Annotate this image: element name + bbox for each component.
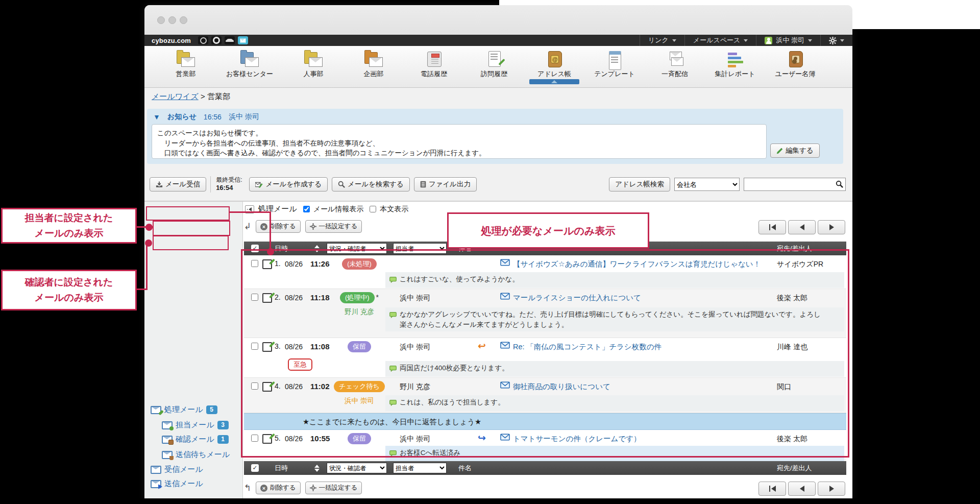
sidebar-folder-処理メール[interactable]: 処理メール5: [151, 405, 217, 415]
row-checkbox[interactable]: [251, 294, 258, 301]
notice-header[interactable]: ▼ お知らせ 16:56 浜中 崇司: [153, 112, 259, 122]
toolbar-item-訪問履歴[interactable]: 訪問履歴: [464, 46, 524, 79]
toolbar-item-営業部[interactable]: 営業部: [156, 46, 216, 79]
notice-title: お知らせ: [167, 112, 197, 122]
delete-button[interactable]: ×削除する: [256, 220, 301, 233]
mail-comment: 両国店だけ400枚必要となります。: [385, 361, 844, 377]
toolbar-item-ユーザー名簿[interactable]: ユーザー名簿: [765, 46, 825, 79]
mail-app-icon[interactable]: [238, 36, 248, 44]
prev-page-button[interactable]: [788, 220, 816, 234]
address-search-zone: アドレス帳検索 会社名: [609, 177, 846, 191]
breadcrumb-app-link[interactable]: メールワイズ: [152, 92, 199, 101]
comment-text: これはすごいな、使ってみようかな。: [400, 274, 519, 284]
edit-mail-icon[interactable]: [262, 342, 272, 352]
mail-from: サイボウズPR: [777, 260, 823, 269]
address-book-search-button[interactable]: アドレス帳検索: [609, 177, 670, 191]
folder-mail-icon: [239, 51, 260, 67]
sort-arrows-icon[interactable]: [314, 465, 320, 472]
row-checkbox[interactable]: [251, 260, 258, 267]
select-all-arrow-icon[interactable]: ↲: [244, 221, 251, 232]
mail-subject-link[interactable]: 【サイボウズ☆あみの通信】ワークライフバランスは育児だけじゃない！: [513, 259, 761, 269]
search-mail-button[interactable]: メールを検索する: [332, 177, 410, 191]
toolbar-item-アドレス帳[interactable]: アドレス帳: [524, 46, 584, 79]
mail-subject-link[interactable]: トマトサーモンの件（クレームです）: [513, 434, 641, 444]
row-checkbox[interactable]: [251, 435, 258, 442]
mail-body-checkbox[interactable]: [370, 206, 376, 212]
collapse-triangle-icon[interactable]: ▼: [153, 113, 160, 121]
next-page-button[interactable]: [818, 482, 845, 496]
notice-body: このスペースはお知らせ欄です。 リーダーから各担当者への伝達事項、担当者不在時の…: [152, 124, 767, 159]
gear-icon: [310, 485, 316, 491]
search-icon[interactable]: [836, 180, 843, 188]
select-all-checkbox[interactable]: [251, 245, 259, 252]
next-page-button[interactable]: [818, 220, 845, 234]
prev-page-button[interactable]: [788, 482, 816, 496]
sidebar-folder-担当メール[interactable]: 担当メール3: [162, 420, 229, 430]
mail-envelope-icon: [500, 381, 510, 390]
comment-text: お客様Cへ転送済み: [400, 448, 460, 458]
row-checkbox[interactable]: [251, 382, 258, 390]
sidebar-folder-確認メール[interactable]: 確認メール1: [162, 435, 229, 444]
receive-mail-button[interactable]: メール受信: [150, 177, 206, 191]
bulk-set-button[interactable]: 一括設定する: [305, 482, 362, 494]
toolbar-item-label: 訪問履歴: [481, 69, 507, 79]
first-page-button[interactable]: [758, 220, 786, 234]
address-search-input[interactable]: [744, 178, 846, 191]
toolbar-item-企画部[interactable]: 企画部: [344, 46, 404, 79]
globe-icon[interactable]: [198, 36, 208, 44]
edit-mail-icon[interactable]: [262, 382, 272, 392]
mail-row-5.: 5.08/2610:55保留浜中 崇司↪トマトサーモンの件（クレームです）後楽 …: [244, 430, 846, 460]
row-number: 2.: [275, 293, 281, 301]
edit-notice-button[interactable]: 編集する: [770, 143, 820, 158]
window-dot-minimize-icon[interactable]: [168, 16, 176, 24]
window-dot-close-icon[interactable]: [157, 16, 165, 24]
first-page-button[interactable]: [758, 482, 786, 496]
select-all-arrow-icon[interactable]: ↰: [244, 483, 251, 493]
compose-pencil-icon: [255, 181, 263, 188]
circle-app-icon[interactable]: [211, 36, 222, 44]
cloud-app-icon[interactable]: [225, 36, 235, 44]
select-all-checkbox[interactable]: [251, 464, 259, 472]
edit-mail-icon[interactable]: [262, 259, 272, 269]
sidebar-folder-送信待ちメール[interactable]: 送信待ちメール: [162, 450, 230, 460]
cybozu-brand[interactable]: cybozu.com: [144, 37, 198, 44]
inbox-download-icon: [156, 181, 163, 188]
user-menu[interactable]: 浜中 崇司: [756, 35, 820, 46]
notice-line: 口頭ではなく画面へ書き込み、確認ができるので、担当者間のコミュニケーションが円滑…: [157, 148, 761, 158]
mail-info-toggle[interactable]: メール情報表示: [301, 204, 364, 214]
mail-subject-link[interactable]: Re: 「南仏の風コンテスト」チラシ枚数の件: [513, 342, 662, 352]
toolbar-item-テンプレート[interactable]: テンプレート: [584, 46, 645, 79]
address-search-field-select[interactable]: 会社名: [674, 178, 740, 191]
assignee-select[interactable]: 担当者: [393, 243, 447, 254]
toolbar-item-label: 営業部: [176, 69, 196, 79]
mail-subject-link[interactable]: マールライスショーの仕入れについて: [513, 293, 641, 303]
edit-mail-icon[interactable]: [262, 293, 272, 303]
edit-mail-icon[interactable]: [262, 434, 272, 444]
window-dot-zoom-icon[interactable]: [180, 16, 187, 24]
compose-mail-button[interactable]: メールを作成する: [249, 177, 328, 191]
status-confirmer-select[interactable]: 状況・確認者: [327, 243, 387, 254]
settings-menu[interactable]: [820, 35, 852, 46]
toolbar-item-人事部[interactable]: 人事部: [283, 46, 344, 79]
background-bottom-strip: [0, 498, 980, 504]
mail-subject-link[interactable]: 御社商品の取り扱いについて: [513, 382, 610, 392]
bulk-set-button[interactable]: 一括設定する: [305, 220, 362, 233]
sidebar-folder-送信メール[interactable]: 送信メール: [151, 479, 203, 489]
file-export-button[interactable]: ファイル出力: [414, 177, 477, 191]
sidebar-folder-受信メール[interactable]: 受信メール: [151, 465, 203, 474]
links-menu[interactable]: リンク: [640, 35, 684, 46]
row-number: 1.: [275, 259, 281, 268]
status-confirmer-select[interactable]: 状況・確認者: [327, 463, 387, 473]
mail-info-checkbox[interactable]: [303, 206, 310, 212]
toolbar-item-お客様センター[interactable]: お客様センター: [216, 46, 283, 79]
row-checkbox[interactable]: [251, 343, 258, 350]
mail-body-toggle[interactable]: 本文表示: [368, 204, 408, 214]
toolbar-item-集計レポート[interactable]: 集計レポート: [705, 46, 765, 79]
toolbar-item-一斉配信[interactable]: 一斉配信: [645, 46, 705, 79]
row-checkbox-cell: [251, 435, 258, 443]
assignee-select[interactable]: 担当者: [393, 463, 447, 473]
toolbar-item-電話履歴[interactable]: 電話履歴: [404, 46, 464, 79]
mailspace-menu[interactable]: メールスペース: [684, 35, 756, 46]
sort-arrows-icon[interactable]: [314, 245, 320, 252]
delete-button[interactable]: ×削除する: [256, 482, 301, 494]
